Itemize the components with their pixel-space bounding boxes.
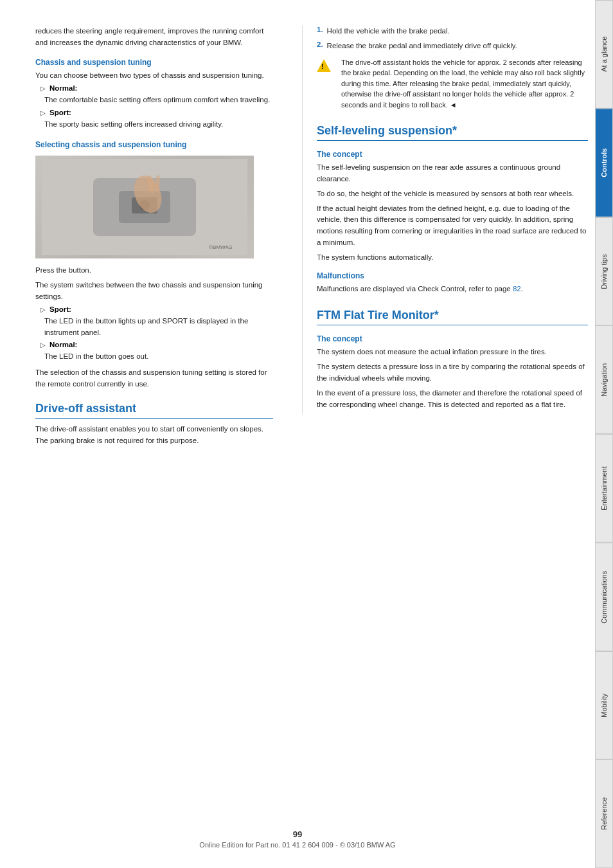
bullet-normal-label-2: Normal: bbox=[49, 341, 77, 348]
bullet-sport-desc: The sporty basic setting offers increase… bbox=[44, 119, 273, 130]
bullet-normal-desc: The comfortable basic setting offers opt… bbox=[44, 95, 273, 105]
tab-entertainment[interactable]: Entertainment bbox=[595, 434, 613, 543]
warning-box: The drive-off assistant holds the vehicl… bbox=[317, 57, 588, 111]
bullet-sport: ▷ Sport: bbox=[40, 109, 273, 116]
drive-off-heading: Drive-off assistant bbox=[35, 402, 273, 419]
bullet-normal-desc-2: The LED in the button goes out. bbox=[44, 351, 273, 362]
step-1-num: 1. bbox=[317, 26, 323, 37]
svg-text:©BMWAG: ©BMWAG bbox=[209, 244, 233, 250]
warning-text: The drive-off assistant holds the vehicl… bbox=[341, 57, 588, 111]
bullet-normal: ▷ Normal: bbox=[40, 84, 273, 92]
chassis-intro: You can choose between two types of chas… bbox=[35, 70, 273, 82]
step-2-item: 2. Release the brake pedal and immediate… bbox=[317, 41, 588, 52]
bullet-arrow-3: ▷ bbox=[40, 306, 46, 313]
page-number: 99 bbox=[0, 829, 595, 839]
warning-triangle-icon bbox=[317, 59, 331, 72]
bullet-sport-label: Sport: bbox=[49, 109, 71, 116]
malfunctions-heading: Malfunctions bbox=[317, 271, 588, 280]
tab-communications[interactable]: Communications bbox=[595, 543, 613, 651]
tab-driving-tips[interactable]: Driving tips bbox=[595, 217, 613, 326]
sidebar-tabs: At a glance Controls Driving tips Naviga… bbox=[595, 0, 613, 868]
ftm-text-2: The system detects a pressure loss in a … bbox=[317, 361, 588, 384]
step-1-item: 1. Hold the vehicle with the brake pedal… bbox=[317, 26, 588, 37]
concept-text-1: The self-leveling suspension on the rear… bbox=[317, 162, 588, 185]
chassis-image: ©BMWAG bbox=[35, 156, 254, 258]
tab-reference[interactable]: Reference bbox=[595, 759, 613, 868]
tab-navigation[interactable]: Navigation bbox=[595, 325, 613, 434]
bullet-normal-2: ▷ Normal: bbox=[40, 341, 273, 348]
page-footer: 99 Online Edition for Part no. 01 41 2 6… bbox=[0, 829, 595, 849]
ftm-text-1: The system does not measure the actual i… bbox=[317, 347, 588, 358]
concept-text-2: To do so, the height of the vehicle is m… bbox=[317, 188, 588, 200]
concept-heading-1: The concept bbox=[317, 150, 588, 159]
selecting-heading: Selecting chassis and suspension tuning bbox=[35, 140, 273, 149]
step-2-num: 2. bbox=[317, 41, 323, 52]
step-2-text: Release the brake pedal and immediately … bbox=[327, 41, 517, 52]
bullet-normal-label: Normal: bbox=[49, 84, 77, 92]
ftm-heading: FTM Flat Tire Monitor* bbox=[317, 309, 588, 325]
tab-controls[interactable]: Controls bbox=[595, 109, 613, 217]
intro-text: reduces the steering angle requirement, … bbox=[35, 26, 273, 49]
bullet-arrow-4: ▷ bbox=[40, 341, 46, 348]
footer-text: Online Edition for Part no. 01 41 2 604 … bbox=[199, 841, 395, 849]
tab-mobility[interactable]: Mobility bbox=[595, 651, 613, 760]
press-button-text: Press the button. bbox=[35, 265, 273, 276]
tab-at-a-glance[interactable]: At a glance bbox=[595, 0, 613, 109]
bullet-sport-label-2: Sport: bbox=[49, 305, 71, 313]
concept-text-4: The system functions automatically. bbox=[317, 252, 588, 264]
self-leveling-heading: Self-leveling suspension* bbox=[317, 124, 588, 141]
system-switches-text: The system switches between the two chas… bbox=[35, 280, 273, 303]
malfunctions-text: Malfunctions are displayed via Check Con… bbox=[317, 284, 588, 295]
ftm-text-3: In the event of a pressure loss, the dia… bbox=[317, 388, 588, 411]
bullet-sport-2: ▷ Sport: bbox=[40, 305, 273, 313]
chassis-heading: Chassis and suspension tuning bbox=[35, 58, 273, 67]
bullet-arrow-1: ▷ bbox=[40, 85, 46, 92]
bullet-sport-desc-2: The LED in the button lights up and SPOR… bbox=[44, 316, 273, 338]
concept-text-3: If the actual height deviates from the d… bbox=[317, 203, 588, 249]
stored-text: The selection of the chassis and suspens… bbox=[35, 367, 273, 390]
ftm-concept-heading: The concept bbox=[317, 334, 588, 343]
drive-off-text: The drive-off assistant enables you to s… bbox=[35, 424, 273, 447]
bullet-arrow-2: ▷ bbox=[40, 109, 46, 116]
step-1-text: Hold the vehicle with the brake pedal. bbox=[327, 26, 450, 37]
